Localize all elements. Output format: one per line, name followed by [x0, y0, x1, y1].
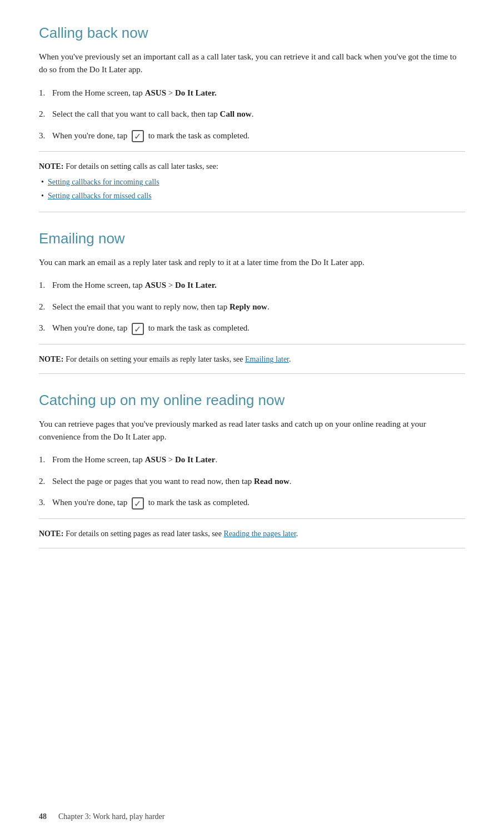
link-setting-callbacks-incoming[interactable]: Setting callbacks for incoming calls [48, 178, 159, 186]
link-setting-callbacks-missed[interactable]: Setting callbacks for missed calls [48, 192, 152, 200]
step-3-catching-up: 3. When you're done, tap to mark the tas… [39, 496, 465, 510]
step-1-catching-up: 1. From the Home screen, tap ASUS > Do I… [39, 453, 465, 466]
note-text: For details on setting calls as call lat… [66, 162, 218, 171]
section-calling-back-now: Calling back now When you've previously … [39, 22, 465, 212]
section-emailing-now: Emailing now You can mark an email as a … [39, 228, 465, 374]
section-title-catching-up-now: Catching up on my online reading now [39, 389, 465, 411]
bold-asus: ASUS [145, 455, 166, 464]
section-intro-catching-up-now: You can retrieve pages that you've previ… [39, 418, 465, 444]
step-num: 3. [39, 496, 52, 509]
step-text: Select the page or pages that you want t… [52, 475, 465, 488]
step-num: 1. [39, 87, 52, 99]
step-num: 3. [39, 322, 52, 334]
chapter-text: Chapter 3: Work hard, play harder [58, 812, 164, 821]
bold-asus: ASUS [145, 281, 166, 289]
section-intro-calling-back-now: When you've previously set an important … [39, 51, 465, 77]
note-box-emailing: NOTE: For details on setting your emails… [39, 344, 465, 374]
note-label: NOTE: [39, 162, 63, 171]
step-text: Select the call that you want to call ba… [52, 108, 465, 121]
note-link-item: Setting callbacks for missed calls [39, 190, 465, 202]
step-2-catching-up: 2. Select the page or pages that you wan… [39, 475, 465, 488]
step-text: From the Home screen, tap ASUS > Do It L… [52, 279, 465, 292]
bold-reply-now: Reply now [229, 302, 267, 311]
steps-list-calling-back: 1. From the Home screen, tap ASUS > Do I… [39, 87, 465, 143]
step-num: 1. [39, 279, 52, 292]
section-title-calling-back-now: Calling back now [39, 22, 465, 44]
step-1-calling-back: 1. From the Home screen, tap ASUS > Do I… [39, 87, 465, 99]
step-2-emailing: 2. Select the email that you want to rep… [39, 301, 465, 313]
step-num: 2. [39, 108, 52, 121]
section-catching-up-now: Catching up on my online reading now You… [39, 389, 465, 548]
bold-asus: ASUS [145, 88, 166, 97]
check-icon [132, 323, 144, 335]
step-text: When you're done, tap to mark the task a… [52, 322, 465, 335]
step-num: 2. [39, 475, 52, 488]
step-1-emailing: 1. From the Home screen, tap ASUS > Do I… [39, 279, 465, 292]
bold-do-it-later: Do It Later. [175, 88, 217, 97]
steps-list-catching-up: 1. From the Home screen, tap ASUS > Do I… [39, 453, 465, 510]
step-text: From the Home screen, tap ASUS > Do It L… [52, 87, 465, 99]
link-reading-pages-later[interactable]: Reading the pages later [224, 530, 296, 538]
bold-read-now: Read now [254, 477, 290, 486]
check-icon [132, 130, 144, 142]
steps-list-emailing: 1. From the Home screen, tap ASUS > Do I… [39, 279, 465, 335]
page-content: Calling back now When you've previously … [39, 22, 465, 548]
step-text: When you're done, tap to mark the task a… [52, 129, 465, 143]
note-link-item: Setting callbacks for incoming calls [39, 176, 465, 188]
link-emailing-later[interactable]: Emailing later [245, 355, 289, 363]
note-label: NOTE: [39, 355, 63, 363]
step-num: 3. [39, 129, 52, 142]
note-text: For details on setting your emails as re… [66, 355, 291, 363]
bold-do-it-later: Do It Later. [175, 281, 217, 289]
section-title-emailing-now: Emailing now [39, 228, 465, 249]
check-icon [132, 497, 144, 510]
step-num: 2. [39, 301, 52, 313]
page-number: 48 [39, 812, 47, 821]
step-text: From the Home screen, tap ASUS > Do It L… [52, 453, 465, 466]
step-3-emailing: 3. When you're done, tap to mark the tas… [39, 322, 465, 335]
bold-do-it-later: Do It Later [175, 455, 215, 464]
step-text: When you're done, tap to mark the task a… [52, 496, 465, 510]
note-box-calling-back: NOTE: For details on setting calls as ca… [39, 151, 465, 212]
step-num: 1. [39, 453, 52, 466]
step-3-calling-back: 3. When you're done, tap to mark the tas… [39, 129, 465, 143]
step-2-calling-back: 2. Select the call that you want to call… [39, 108, 465, 121]
page-footer: 48 Chapter 3: Work hard, play harder [39, 811, 164, 822]
note-text: For details on setting pages as read lat… [66, 530, 298, 538]
bold-call-now: Call now [220, 109, 252, 118]
step-text: Select the email that you want to reply … [52, 301, 465, 313]
note-box-catching-up: NOTE: For details on setting pages as re… [39, 518, 465, 548]
note-links-list: Setting callbacks for incoming calls Set… [39, 176, 465, 202]
note-label: NOTE: [39, 530, 63, 538]
section-intro-emailing-now: You can mark an email as a reply later t… [39, 256, 465, 269]
